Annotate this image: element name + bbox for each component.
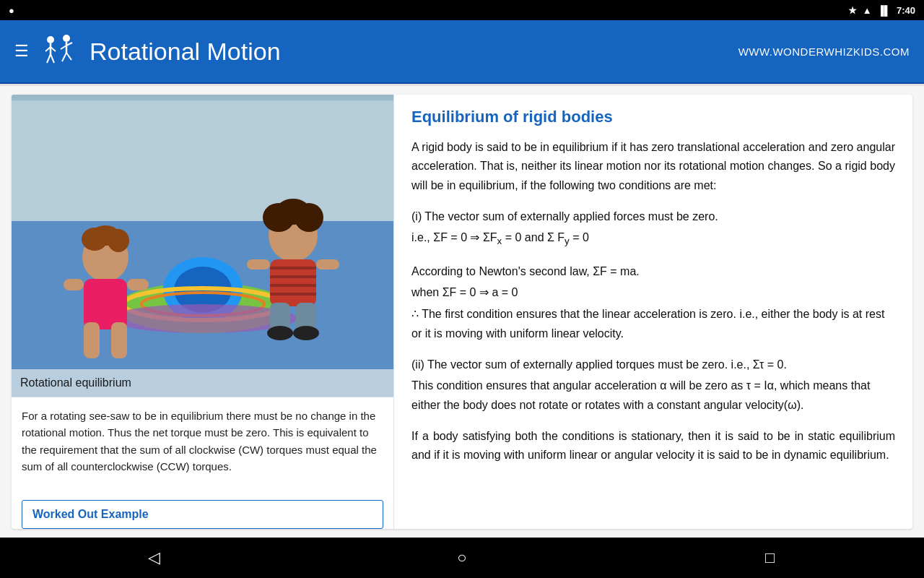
condition2-label: (ii) The vector sum of externally applie…: [411, 355, 895, 374]
condition2-block: (ii) The vector sum of externally applie…: [411, 355, 895, 415]
svg-rect-43: [247, 259, 270, 269]
svg-rect-34: [270, 259, 316, 306]
left-panel: Rotational equilibrium For a rotating se…: [12, 95, 394, 529]
svg-rect-29: [127, 279, 149, 290]
status-bar-right: ★ ▲ ▐▌ 7:40: [848, 5, 915, 16]
svg-line-10: [62, 53, 66, 61]
svg-rect-12: [12, 95, 393, 221]
newton-math: when ΣF = 0 ⇒ a = 0: [411, 282, 895, 302]
svg-rect-35: [270, 267, 316, 269]
svg-rect-27: [111, 322, 127, 358]
home-button[interactable]: ○: [440, 543, 484, 572]
bottom-nav: ◁ ○ □: [0, 538, 924, 578]
app-title: Rotational Motion: [90, 38, 281, 66]
recent-apps-button[interactable]: □: [749, 543, 792, 572]
time-display: 7:40: [897, 5, 915, 16]
content-card: Rotational equilibrium For a rotating se…: [12, 95, 912, 529]
newton-label: According to Newton's second law, ΣF = m…: [411, 262, 895, 281]
image-caption: Rotational equilibrium: [12, 369, 393, 397]
main-content: Rotational equilibrium For a rotating se…: [0, 86, 924, 538]
condition1-block: (i) The vector sum of externally applied…: [411, 207, 895, 250]
image-description: For a rotating see-saw to be in equilibr…: [12, 397, 393, 493]
condition1-math: i.e., ΣF = 0 ⇒ ΣFx = 0 and Σ Fy = 0: [411, 228, 895, 250]
newton-block: According to Newton's second law, ΣF = m…: [411, 262, 895, 343]
right-panel: Equilibrium of rigid bodies A rigid body…: [394, 95, 912, 529]
svg-rect-26: [84, 322, 100, 358]
svg-rect-28: [64, 279, 84, 290]
intro-paragraph: A rigid body is said to be in equilibriu…: [411, 138, 895, 195]
status-bar-left: ●: [9, 5, 14, 16]
wifi-icon: ▲: [863, 5, 872, 16]
svg-rect-38: [270, 293, 316, 296]
svg-line-5: [51, 54, 54, 63]
svg-point-41: [267, 326, 293, 340]
app-bar: ☰ Rotational Motion WWW.WONDERWHIZKIDS.C…: [0, 20, 924, 84]
newton-conclusion: ∴ The first condition ensures that the l…: [411, 304, 895, 343]
svg-rect-44: [316, 259, 339, 269]
image-container: [12, 95, 393, 369]
battery-icon: ▐▌: [878, 5, 891, 16]
photo-scene: [12, 95, 393, 369]
final-paragraph: If a body satisfying both the conditions…: [411, 427, 895, 465]
website-label: WWW.WONDERWHIZKIDS.COM: [738, 46, 910, 58]
svg-rect-25: [84, 279, 127, 329]
notification-icon: ●: [9, 5, 14, 16]
star-icon: ★: [848, 5, 857, 16]
condition2-detail: This condition ensures that angular acce…: [411, 376, 895, 415]
svg-rect-36: [270, 275, 316, 278]
worked-example-box[interactable]: Worked Out Example: [22, 500, 383, 529]
svg-point-42: [293, 326, 319, 340]
svg-rect-37: [270, 284, 316, 287]
svg-line-11: [66, 53, 71, 60]
svg-point-6: [63, 35, 70, 42]
condition1-label: (i) The vector sum of externally applied…: [411, 207, 895, 226]
svg-point-24: [108, 229, 129, 252]
back-button[interactable]: ◁: [132, 543, 175, 572]
status-bar: ● ★ ▲ ▐▌ 7:40: [0, 0, 924, 20]
svg-rect-14: [12, 95, 393, 100]
svg-point-33: [295, 203, 323, 232]
worked-example-title: Worked Out Example: [32, 508, 149, 520]
svg-point-0: [47, 36, 54, 43]
scene-svg: [12, 95, 393, 369]
svg-point-20: [109, 304, 297, 333]
app-logo: [40, 33, 78, 70]
section-title: Equilibrium of rigid bodies: [411, 108, 895, 126]
svg-line-4: [47, 54, 51, 63]
app-bar-left: ☰ Rotational Motion: [14, 33, 281, 70]
hamburger-menu-icon[interactable]: ☰: [14, 42, 29, 61]
